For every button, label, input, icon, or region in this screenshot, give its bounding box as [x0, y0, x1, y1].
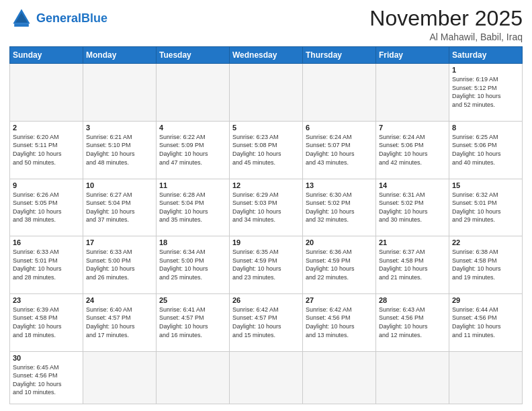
title-block: November 2025 Al Mahawil, Babil, Iraq — [369, 7, 523, 42]
table-row: 30Sunrise: 6:45 AM Sunset: 4:56 PM Dayli… — [10, 351, 83, 404]
day-number: 6 — [306, 124, 373, 132]
table-row: 23Sunrise: 6:39 AM Sunset: 4:58 PM Dayli… — [10, 293, 83, 351]
page: GeneralBlue November 2025 Al Mahawil, Ba… — [0, 0, 532, 411]
col-sunday: Sunday — [10, 47, 83, 64]
calendar-week-row: 9Sunrise: 6:26 AM Sunset: 5:05 PM Daylig… — [10, 179, 523, 236]
day-number: 8 — [452, 124, 519, 132]
day-info: Sunrise: 6:31 AM Sunset: 5:02 PM Dayligh… — [379, 191, 446, 224]
day-info: Sunrise: 6:20 AM Sunset: 5:11 PM Dayligh… — [13, 133, 80, 167]
day-info: Sunrise: 6:37 AM Sunset: 4:58 PM Dayligh… — [379, 248, 446, 281]
calendar-week-row: 16Sunrise: 6:33 AM Sunset: 5:01 PM Dayli… — [10, 236, 523, 294]
day-number: 2 — [13, 124, 80, 132]
table-row: 3Sunrise: 6:21 AM Sunset: 5:10 PM Daylig… — [83, 121, 157, 179]
table-row: 10Sunrise: 6:27 AM Sunset: 5:04 PM Dayli… — [83, 179, 157, 236]
day-number: 17 — [86, 238, 153, 246]
day-number: 30 — [13, 354, 80, 362]
day-info: Sunrise: 6:24 AM Sunset: 5:06 PM Dayligh… — [379, 133, 446, 167]
col-saturday: Saturday — [449, 47, 523, 64]
day-number: 11 — [159, 181, 226, 189]
day-info: Sunrise: 6:45 AM Sunset: 4:56 PM Dayligh… — [13, 363, 80, 397]
day-number: 19 — [232, 238, 300, 246]
day-info: Sunrise: 6:33 AM Sunset: 5:01 PM Dayligh… — [13, 248, 80, 281]
table-row: 6Sunrise: 6:24 AM Sunset: 5:07 PM Daylig… — [303, 121, 376, 179]
table-row: 4Sunrise: 6:22 AM Sunset: 5:09 PM Daylig… — [157, 121, 230, 179]
day-info: Sunrise: 6:41 AM Sunset: 4:57 PM Dayligh… — [159, 306, 226, 339]
day-info: Sunrise: 6:36 AM Sunset: 4:59 PM Dayligh… — [306, 248, 373, 281]
table-row — [449, 351, 523, 404]
col-thursday: Thursday — [303, 47, 376, 64]
table-row: 27Sunrise: 6:42 AM Sunset: 4:56 PM Dayli… — [303, 293, 376, 351]
day-number: 14 — [379, 181, 446, 189]
table-row: 26Sunrise: 6:42 AM Sunset: 4:57 PM Dayli… — [230, 293, 303, 351]
logo-general: General — [36, 11, 81, 25]
day-number: 18 — [159, 238, 226, 246]
day-number: 16 — [13, 238, 80, 246]
table-row: 2Sunrise: 6:20 AM Sunset: 5:11 PM Daylig… — [10, 121, 83, 179]
month-title: November 2025 — [369, 7, 523, 30]
col-friday: Friday — [376, 47, 449, 64]
calendar-header-row: Sunday Monday Tuesday Wednesday Thursday… — [10, 47, 523, 64]
day-number: 5 — [232, 124, 300, 132]
table-row: 14Sunrise: 6:31 AM Sunset: 5:02 PM Dayli… — [376, 179, 449, 236]
table-row — [303, 351, 376, 404]
table-row — [230, 351, 303, 404]
day-info: Sunrise: 6:33 AM Sunset: 5:00 PM Dayligh… — [86, 248, 153, 281]
table-row: 16Sunrise: 6:33 AM Sunset: 5:01 PM Dayli… — [10, 236, 83, 294]
day-info: Sunrise: 6:29 AM Sunset: 5:03 PM Dayligh… — [232, 191, 300, 224]
day-number: 23 — [13, 296, 80, 304]
table-row — [10, 64, 83, 122]
table-row: 28Sunrise: 6:43 AM Sunset: 4:56 PM Dayli… — [376, 293, 449, 351]
table-row: 9Sunrise: 6:26 AM Sunset: 5:05 PM Daylig… — [10, 179, 83, 236]
table-row — [157, 351, 230, 404]
table-row: 13Sunrise: 6:30 AM Sunset: 5:02 PM Dayli… — [303, 179, 376, 236]
day-info: Sunrise: 6:44 AM Sunset: 4:56 PM Dayligh… — [452, 306, 519, 339]
table-row: 15Sunrise: 6:32 AM Sunset: 5:01 PM Dayli… — [449, 179, 523, 236]
table-row — [83, 351, 157, 404]
day-info: Sunrise: 6:35 AM Sunset: 4:59 PM Dayligh… — [232, 248, 300, 281]
day-number: 26 — [232, 296, 300, 304]
table-row — [303, 64, 376, 122]
day-number: 7 — [379, 124, 446, 132]
day-number: 25 — [159, 296, 226, 304]
day-number: 24 — [86, 296, 153, 304]
day-number: 28 — [379, 296, 446, 304]
table-row: 12Sunrise: 6:29 AM Sunset: 5:03 PM Dayli… — [230, 179, 303, 236]
col-monday: Monday — [83, 47, 157, 64]
table-row — [376, 351, 449, 404]
col-wednesday: Wednesday — [230, 47, 303, 64]
col-tuesday: Tuesday — [157, 47, 230, 64]
table-row: 19Sunrise: 6:35 AM Sunset: 4:59 PM Dayli… — [230, 236, 303, 294]
day-info: Sunrise: 6:27 AM Sunset: 5:04 PM Dayligh… — [86, 191, 153, 224]
day-number: 13 — [306, 181, 373, 189]
table-row — [230, 64, 303, 122]
table-row — [83, 64, 157, 122]
day-info: Sunrise: 6:32 AM Sunset: 5:01 PM Dayligh… — [452, 191, 519, 224]
table-row: 18Sunrise: 6:34 AM Sunset: 5:00 PM Dayli… — [157, 236, 230, 294]
day-info: Sunrise: 6:22 AM Sunset: 5:09 PM Dayligh… — [159, 133, 226, 167]
day-number: 3 — [86, 124, 153, 132]
day-number: 20 — [306, 238, 373, 246]
day-info: Sunrise: 6:28 AM Sunset: 5:04 PM Dayligh… — [159, 191, 226, 224]
header: GeneralBlue November 2025 Al Mahawil, Ba… — [9, 7, 523, 42]
table-row — [157, 64, 230, 122]
table-row: 8Sunrise: 6:25 AM Sunset: 5:06 PM Daylig… — [449, 121, 523, 179]
table-row: 22Sunrise: 6:38 AM Sunset: 4:58 PM Dayli… — [449, 236, 523, 294]
table-row: 29Sunrise: 6:44 AM Sunset: 4:56 PM Dayli… — [449, 293, 523, 351]
day-info: Sunrise: 6:19 AM Sunset: 5:12 PM Dayligh… — [452, 75, 519, 109]
table-row: 11Sunrise: 6:28 AM Sunset: 5:04 PM Dayli… — [157, 179, 230, 236]
table-row: 21Sunrise: 6:37 AM Sunset: 4:58 PM Dayli… — [376, 236, 449, 294]
day-info: Sunrise: 6:26 AM Sunset: 5:05 PM Dayligh… — [13, 191, 80, 224]
day-number: 21 — [379, 238, 446, 246]
logo-icon — [9, 7, 34, 31]
table-row: 20Sunrise: 6:36 AM Sunset: 4:59 PM Dayli… — [303, 236, 376, 294]
logo-text: GeneralBlue — [36, 12, 107, 26]
day-number: 27 — [306, 296, 373, 304]
calendar-week-row: 2Sunrise: 6:20 AM Sunset: 5:11 PM Daylig… — [10, 121, 523, 179]
table-row — [376, 64, 449, 122]
day-number: 29 — [452, 296, 519, 304]
calendar-week-row: 23Sunrise: 6:39 AM Sunset: 4:58 PM Dayli… — [10, 293, 523, 351]
day-info: Sunrise: 6:24 AM Sunset: 5:07 PM Dayligh… — [306, 133, 373, 167]
logo-blue: Blue — [81, 11, 107, 25]
svg-rect-2 — [14, 24, 29, 27]
table-row: 24Sunrise: 6:40 AM Sunset: 4:57 PM Dayli… — [83, 293, 157, 351]
